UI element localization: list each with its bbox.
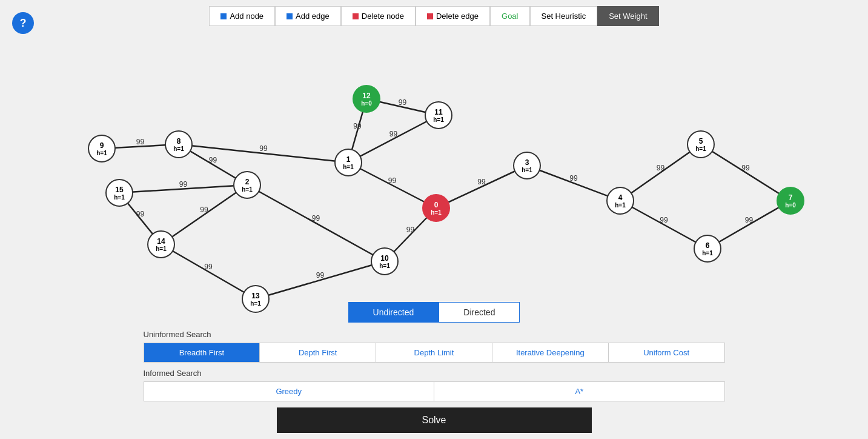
uninformed-tab-uniform-cost[interactable]: Uniform Cost [609, 343, 724, 362]
edge-weight-label: 99 [569, 174, 578, 183]
graph-node-5[interactable]: 5h=1 [687, 130, 715, 158]
add-node-icon [220, 13, 227, 19]
graph-edge [436, 166, 527, 208]
node-heuristic-label: h=1 [695, 146, 706, 152]
search-section: Uninformed Search Breadth FirstDepth Fir… [144, 330, 725, 401]
node-heuristic-label: h=1 [343, 164, 354, 170]
edge-weight-label: 99 [259, 144, 268, 153]
edge-weight-label: 99 [657, 164, 665, 172]
edge-weight-label: 99 [477, 178, 486, 186]
node-id-label: 4 [618, 193, 623, 202]
graph-node-14[interactable]: 14h=1 [147, 230, 175, 258]
node-id-label: 15 [115, 186, 123, 194]
graph-edge [620, 201, 707, 249]
graph-node-9[interactable]: 9h=1 [88, 135, 116, 163]
uninformed-label: Uninformed Search [144, 330, 725, 339]
graph-node-12[interactable]: 12h=0 [353, 85, 380, 113]
graph-node-15[interactable]: 15h=1 [105, 179, 133, 207]
graph-node-7[interactable]: 7h=0 [777, 187, 804, 215]
add-node-button[interactable]: Add node [209, 6, 275, 26]
node-id-label: 12 [362, 92, 370, 100]
edge-weight-label: 99 [312, 214, 320, 223]
graph-node-2[interactable]: 2h=1 [233, 171, 261, 199]
set-heuristic-button[interactable]: Set Heuristic [530, 6, 598, 26]
edge-weight-label: 99 [389, 130, 398, 138]
toolbar: Add node Add edge Delete node Delete edg… [0, 0, 868, 32]
edge-weight-label: 99 [741, 164, 750, 172]
goal-button[interactable]: Goal [490, 6, 529, 26]
edge-weight-label: 99 [136, 210, 145, 218]
uninformed-tab-depth-first[interactable]: Depth First [260, 343, 376, 362]
edge-weight-label: 99 [204, 263, 213, 271]
node-heuristic-label: h=1 [250, 300, 261, 307]
node-heuristic-label: h=0 [785, 202, 796, 209]
graph-edge [161, 244, 256, 299]
node-id-label: 2 [245, 178, 250, 186]
node-id-label: 10 [380, 254, 388, 263]
graph-edge [348, 163, 436, 208]
graph-node-13[interactable]: 13h=1 [242, 285, 270, 313]
graph-edge [701, 144, 790, 201]
graph-node-11[interactable]: 11h=1 [425, 101, 452, 129]
node-id-label: 8 [177, 137, 181, 146]
bottom-controls: Undirected Directed Uninformed Search Br… [0, 296, 868, 439]
delete-edge-button[interactable]: Delete edge [416, 6, 490, 26]
add-edge-button[interactable]: Add edge [275, 6, 341, 26]
edge-weight-label: 99 [136, 138, 145, 146]
node-id-label: 9 [100, 141, 104, 150]
uninformed-tab-depth-limit[interactable]: Depth Limit [376, 343, 492, 362]
node-id-label: 13 [251, 292, 259, 300]
node-heuristic-label: h=1 [702, 250, 713, 256]
node-heuristic-label: h=1 [114, 194, 125, 201]
node-heuristic-label: h=1 [431, 209, 442, 216]
undirected-button[interactable]: Undirected [348, 302, 439, 323]
edge-weight-label: 99 [179, 180, 188, 189]
node-heuristic-label: h=1 [433, 116, 444, 123]
informed-tab-a*[interactable]: A* [434, 382, 724, 401]
graph-node-8[interactable]: 8h=1 [165, 130, 193, 158]
node-heuristic-label: h=1 [522, 167, 532, 173]
graph-edge [527, 166, 620, 201]
graph-node-10[interactable]: 10h=1 [371, 247, 399, 275]
node-id-label: 14 [157, 237, 165, 246]
uninformed-search-tabs: Breadth FirstDepth FirstDepth LimitItera… [144, 343, 725, 363]
node-heuristic-label: h=1 [156, 246, 167, 252]
informed-tab-greedy[interactable]: Greedy [144, 382, 435, 401]
graph-edge [247, 185, 385, 261]
edge-weight-label: 99 [399, 98, 407, 107]
node-id-label: 11 [434, 108, 442, 116]
delete-node-button[interactable]: Delete node [341, 6, 416, 26]
uninformed-tab-breadth-first[interactable]: Breadth First [144, 343, 260, 362]
edge-weight-label: 99 [353, 122, 362, 130]
edge-weight-label: 99 [406, 226, 415, 234]
graph-svg: 9999999999999999999999999999999999999999 [0, 32, 868, 329]
solve-button[interactable]: Solve [277, 407, 592, 433]
graph-node-3[interactable]: 3h=1 [513, 152, 541, 179]
graph-node-4[interactable]: 4h=1 [606, 187, 634, 215]
graph-edge [161, 185, 247, 244]
edge-weight-label: 99 [209, 156, 217, 164]
node-id-label: 0 [434, 201, 439, 209]
edge-weight-label: 99 [745, 216, 754, 224]
graph-edge [620, 144, 701, 201]
graph-edge [256, 261, 385, 299]
graph-node-1[interactable]: 1h=1 [334, 149, 362, 176]
node-id-label: 3 [525, 158, 529, 167]
graph-node-0[interactable]: 0h=1 [422, 194, 450, 222]
node-heuristic-label: h=1 [379, 263, 390, 269]
uninformed-tab-iterative-deepening[interactable]: Iterative Deepening [492, 343, 609, 362]
graph-node-6[interactable]: 6h=1 [694, 235, 721, 263]
node-heuristic-label: h=1 [173, 146, 184, 152]
set-weight-button[interactable]: Set Weight [597, 6, 658, 26]
edge-weight-label: 99 [660, 216, 668, 224]
directed-button[interactable]: Directed [439, 302, 520, 323]
add-edge-icon [287, 13, 293, 19]
delete-node-icon [353, 13, 359, 19]
edge-weight-label: 99 [316, 271, 325, 280]
node-heuristic-label: h=1 [242, 186, 253, 193]
help-button[interactable]: ? [12, 12, 34, 34]
edge-weight-label: 99 [200, 206, 208, 214]
edge-weight-label: 99 [388, 176, 397, 185]
node-heuristic-label: h=0 [361, 100, 372, 107]
direction-toggle: Undirected Directed [12, 302, 856, 323]
